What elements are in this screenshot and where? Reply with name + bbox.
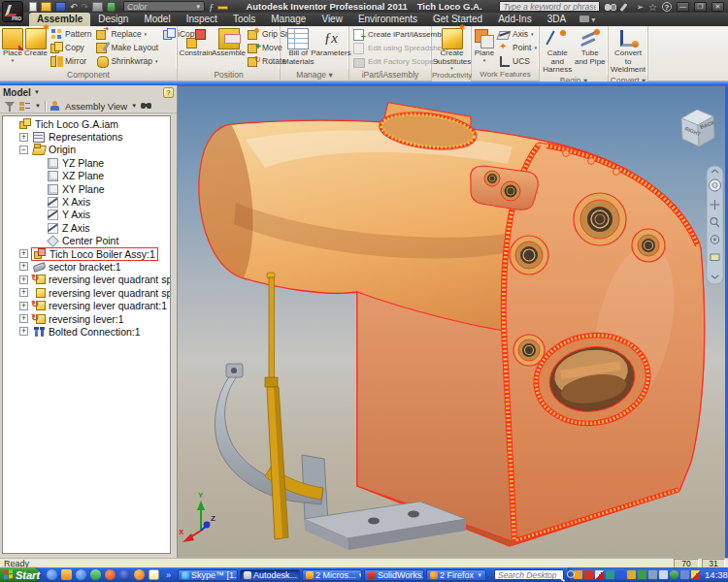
close-button[interactable]: ✕ (711, 2, 724, 12)
shrinkwrap-button[interactable]: Shrinkwrap▾ (94, 54, 160, 68)
create-substitutes-button[interactable]: Create Substitutes▾ (434, 27, 470, 70)
create-ipart-button[interactable]: Create iPart/iAssembly (351, 27, 429, 41)
tree-expander[interactable]: + (19, 302, 28, 310)
taskbar-button-skype-1[interactable]: Skype™ [1... (178, 569, 238, 581)
make-layout-button[interactable]: Make Layout (94, 41, 160, 54)
internet-explorer-icon[interactable] (47, 569, 57, 580)
taskbar-button-solidworks[interactable]: SolidWorks... (364, 569, 424, 581)
help-icon[interactable]: ? (662, 2, 672, 12)
parameters-button[interactable]: ƒx Parameters (314, 27, 347, 69)
panel-label-ipart[interactable]: iPart/iAssembly (349, 69, 431, 81)
panel-label-productivity[interactable]: Productivity (432, 70, 471, 81)
image-icon[interactable] (92, 2, 103, 12)
desktop-search-input[interactable] (494, 569, 564, 580)
save-icon[interactable] (55, 2, 66, 12)
tray-icon-update[interactable] (670, 570, 678, 579)
axis-button[interactable]: Axis▾ (496, 27, 539, 41)
view-mode-selector[interactable]: Assembly View (65, 101, 127, 112)
new-file-icon[interactable] (29, 2, 37, 12)
panel-label-component[interactable]: Component (0, 69, 177, 81)
chevron-down-icon[interactable]: ▼ (34, 89, 40, 95)
tube-pipe-button[interactable]: Tube and Pipe (575, 27, 607, 75)
material-swatch-icon[interactable] (217, 6, 228, 10)
tree-item-xy-plane[interactable]: XY Plane (3, 182, 170, 195)
outlook-express-icon[interactable] (61, 569, 72, 580)
inventor-logo-icon[interactable]: PRO (2, 1, 23, 22)
media-player-icon[interactable] (105, 569, 116, 580)
tab-inspect[interactable]: Inspect (179, 13, 225, 26)
bill-of-materials-button[interactable]: Bill of Materials (282, 27, 314, 69)
tree-item-xz-plane[interactable]: XZ Plane (3, 170, 170, 182)
tree-item-reversing-lever-quadrant-1[interactable]: +reversing lever quadrant:1 (3, 299, 170, 311)
tree-item-reversing-lever-1[interactable]: +reversing lever:1 (3, 312, 170, 325)
notes-icon[interactable] (149, 569, 159, 580)
filter-icon[interactable] (4, 101, 16, 112)
taskbar-group-chevron-icon[interactable]: ▼ (358, 572, 362, 578)
panel-label-manage[interactable]: Manage ▾ (281, 69, 348, 81)
panel-label-work-features[interactable]: Work Features (472, 69, 539, 81)
chevron-down-icon[interactable]: ▼ (131, 103, 137, 109)
tree-item-yz-plane[interactable]: YZ Plane (3, 156, 170, 169)
taskbar-group-chevron-icon[interactable]: ▼ (477, 572, 482, 578)
tray-icon-gold[interactable] (627, 570, 636, 579)
tab-environments[interactable]: Environments (350, 13, 425, 26)
tree-expander[interactable]: + (19, 327, 28, 336)
tray-icon-orange[interactable] (574, 570, 582, 579)
navigation-bar[interactable] (707, 166, 723, 284)
tab-add-ins[interactable]: Add-Ins (490, 13, 539, 26)
mirror-button[interactable]: Mirror (49, 54, 93, 68)
tree-expander[interactable]: + (19, 262, 28, 271)
taskbar-button-2-firefox[interactable]: 2 Firefox▼ (426, 569, 486, 581)
parameters-quick-icon[interactable]: ƒ (209, 2, 214, 12)
tree-item-reversing-lever-quadrant-spacer-2[interactable]: +reversing lever quadrant spacer:2 (3, 286, 170, 299)
tray-icon-network[interactable] (680, 570, 689, 579)
convert-weldment-button[interactable]: Convert to Weldment (611, 27, 645, 75)
tree-expander[interactable]: + (19, 314, 28, 323)
search-binoculars-icon[interactable] (605, 2, 615, 12)
tree-item-bolted-connection-1[interactable]: +Bolted Connection:1 (3, 325, 170, 338)
tray-icon-teal[interactable] (606, 570, 614, 579)
tree-expander[interactable]: + (19, 288, 28, 297)
find-binoculars-icon[interactable] (141, 101, 152, 112)
replace-button[interactable]: Replace▾ (94, 27, 160, 41)
constrain-button[interactable]: Constrain (180, 27, 212, 69)
model-tree[interactable]: Tich Loco G.A.iam+Representations−Origin… (2, 115, 171, 554)
tree-item-y-axis[interactable]: Y Axis (3, 209, 170, 221)
tree-item-sector-bracket-1[interactable]: +sector bracket:1 (3, 260, 170, 273)
msn-icon[interactable] (76, 569, 86, 580)
tree-item-representations[interactable]: +Representations (3, 130, 170, 143)
messenger-icon[interactable] (90, 569, 101, 580)
taskbar-button-2-micros[interactable]: 2 Micros...▼ (302, 569, 362, 581)
tab-get-started[interactable]: Get Started (425, 13, 490, 26)
create-button[interactable]: Create (24, 27, 48, 69)
tab-design[interactable]: Design (90, 13, 136, 26)
keyword-search-input[interactable] (499, 1, 600, 12)
tray-icon-avg[interactable] (595, 570, 604, 579)
tree-expander[interactable]: + (19, 249, 28, 258)
chevron-down-icon[interactable]: ▼ (35, 103, 41, 109)
tree-item-x-axis[interactable]: X Axis (3, 195, 170, 208)
start-button[interactable]: Start (0, 567, 40, 582)
tab-manage[interactable]: Manage (263, 13, 314, 26)
tree-item-z-axis[interactable]: Z Axis (3, 221, 170, 234)
color-style-combo[interactable]: Color▼ (123, 1, 205, 12)
tray-icon-red[interactable] (584, 570, 593, 579)
tree-item-tich-loco-g-a-iam[interactable]: Tich Loco G.A.iam (3, 117, 170, 130)
graphics-viewport[interactable]: Y X Z RIGHT BACK (178, 85, 725, 558)
undo-icon[interactable]: ↶ (70, 2, 78, 12)
taskbar-button-autodesk[interactable]: Autodesk... (240, 569, 300, 581)
tree-expander[interactable]: − (19, 146, 28, 154)
tree-item-tich-loco-boiler-assy-1[interactable]: +Tich Loco Boiler Assy:1 (3, 247, 170, 260)
assemble-button[interactable]: Assemble (213, 27, 245, 69)
browser-help-icon[interactable]: ? (163, 87, 174, 98)
tab-tools[interactable]: Tools (225, 13, 263, 26)
tree-item-reversing-lever-quadrant-spacer-1[interactable]: +reversing lever quadrant spacer:1 (3, 274, 170, 286)
tree-view-icon[interactable] (19, 101, 31, 112)
cable-harness-button[interactable]: Cable and Harness (542, 27, 574, 75)
tab-3da[interactable]: 3DA (540, 13, 574, 26)
tray-icon-volume[interactable] (659, 570, 668, 579)
tray-icon-antivirus[interactable] (691, 570, 700, 579)
favorites-star-icon[interactable]: ☆ (648, 2, 657, 12)
firefox-ico-icon[interactable] (134, 569, 145, 580)
restore-button[interactable]: ❐ (694, 2, 707, 12)
